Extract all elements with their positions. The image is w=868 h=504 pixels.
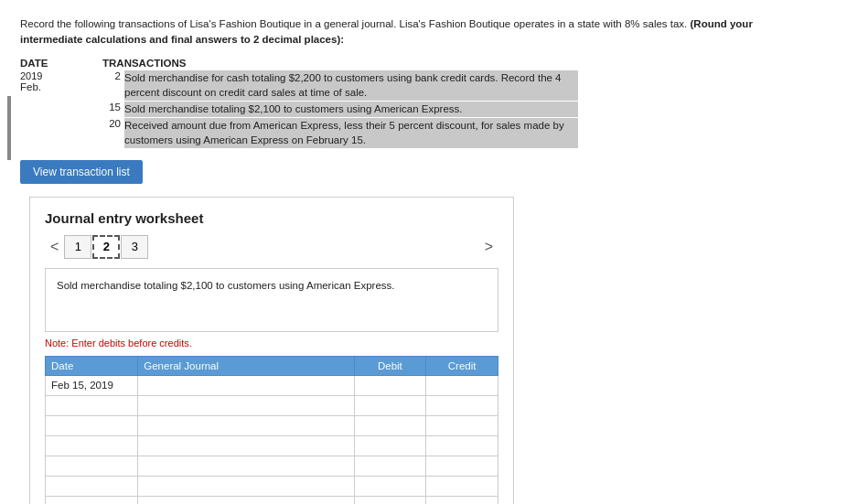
journal-cell[interactable] — [138, 435, 354, 456]
col-credit-header: Credit — [426, 356, 498, 375]
tab-3-button[interactable]: 3 — [121, 235, 148, 259]
debit-cell[interactable] — [354, 476, 426, 496]
debit-cell[interactable] — [354, 456, 426, 476]
table-row: Feb 15, 2019 — [46, 375, 498, 395]
date-header: DATE — [20, 58, 75, 69]
credit-input[interactable] — [432, 480, 492, 491]
journal-table: Date General Journal Debit Credit Feb 15… — [45, 356, 498, 504]
tab-2-button[interactable]: 2 — [92, 235, 120, 259]
debit-cell[interactable] — [354, 415, 426, 435]
tab-navigation: < 1 2 3 > — [45, 235, 498, 259]
debit-input[interactable] — [360, 460, 421, 471]
view-transaction-list-button[interactable]: View transaction list — [20, 160, 143, 184]
tx-header: TRANSACTIONS — [102, 58, 560, 69]
transactions-table: DATE TRANSACTIONS 2019 Feb. 2 Sold merch… — [20, 58, 848, 149]
journal-input[interactable] — [144, 400, 348, 411]
journal-cell[interactable] — [138, 456, 354, 476]
journal-cell[interactable] — [138, 476, 354, 496]
date-cell — [46, 435, 138, 456]
col-journal-header: General Journal — [138, 356, 354, 375]
date-cell — [46, 456, 138, 476]
credit-cell[interactable] — [426, 435, 498, 456]
date-cell — [46, 395, 138, 415]
journal-input[interactable] — [144, 440, 348, 451]
table-row — [46, 496, 498, 504]
credit-cell[interactable] — [426, 395, 498, 415]
debit-input[interactable] — [360, 480, 421, 491]
debit-input[interactable] — [360, 440, 421, 451]
journal-input[interactable] — [144, 460, 348, 471]
credit-input[interactable] — [432, 500, 492, 504]
debit-cell[interactable] — [354, 395, 426, 415]
entry-description: Sold merchandise totaling $2,100 to cust… — [45, 268, 498, 332]
col-date-header: Date — [46, 356, 138, 375]
tx-month: Feb. — [20, 81, 75, 92]
instructions-emphasis: (Round your intermediate calculations an… — [20, 18, 753, 45]
credit-input[interactable] — [432, 380, 492, 391]
journal-input[interactable] — [144, 480, 348, 491]
tx-entry-2: 15 Sold merchandise totaling $2,100 to c… — [102, 102, 578, 117]
credit-input[interactable] — [432, 440, 492, 451]
debit-cell[interactable] — [354, 435, 426, 456]
worksheet-title: Journal entry worksheet — [45, 210, 498, 226]
credit-cell[interactable] — [426, 375, 498, 395]
debit-input[interactable] — [360, 420, 421, 431]
date-cell — [46, 415, 138, 435]
table-row — [46, 395, 498, 415]
left-bar-decoration — [7, 96, 11, 160]
journal-input[interactable] — [144, 420, 348, 431]
debit-input[interactable] — [360, 400, 421, 411]
date-cell — [46, 476, 138, 496]
worksheet-container: Journal entry worksheet < 1 2 3 > Sold m… — [29, 197, 514, 504]
credit-cell[interactable] — [426, 476, 498, 496]
credit-cell[interactable] — [426, 456, 498, 476]
table-row — [46, 435, 498, 456]
tx-year: 2019 — [20, 70, 75, 81]
credit-cell[interactable] — [426, 415, 498, 435]
journal-cell[interactable] — [138, 415, 354, 435]
col-debit-header: Debit — [354, 356, 426, 375]
table-row — [46, 476, 498, 496]
credit-input[interactable] — [432, 400, 492, 411]
date-cell — [46, 496, 138, 504]
tab-next-arrow[interactable]: > — [479, 237, 498, 257]
journal-input[interactable] — [144, 500, 348, 504]
tx-entry-1: 2 Sold merchandise for cash totaling $2,… — [102, 70, 578, 101]
debit-input[interactable] — [360, 500, 421, 504]
credit-cell[interactable] — [426, 496, 498, 504]
credit-input[interactable] — [432, 460, 492, 471]
debit-cell[interactable] — [354, 496, 426, 504]
tab-prev-arrow[interactable]: < — [45, 237, 64, 257]
instructions-text: Record the following transactions of Lis… — [20, 16, 816, 48]
credit-input[interactable] — [432, 420, 492, 431]
tx-entry-3: 20 Received amount due from American Exp… — [102, 118, 578, 148]
tab-1-button[interactable]: 1 — [64, 235, 91, 259]
table-row — [46, 415, 498, 435]
journal-cell[interactable] — [138, 496, 354, 504]
date-cell: Feb 15, 2019 — [46, 375, 138, 395]
table-row — [46, 456, 498, 476]
entry-note: Note: Enter debits before credits. — [45, 338, 498, 349]
journal-input[interactable] — [144, 380, 348, 391]
journal-cell[interactable] — [138, 395, 354, 415]
debit-input[interactable] — [360, 380, 421, 391]
debit-cell[interactable] — [354, 375, 426, 395]
journal-cell[interactable] — [138, 375, 354, 395]
